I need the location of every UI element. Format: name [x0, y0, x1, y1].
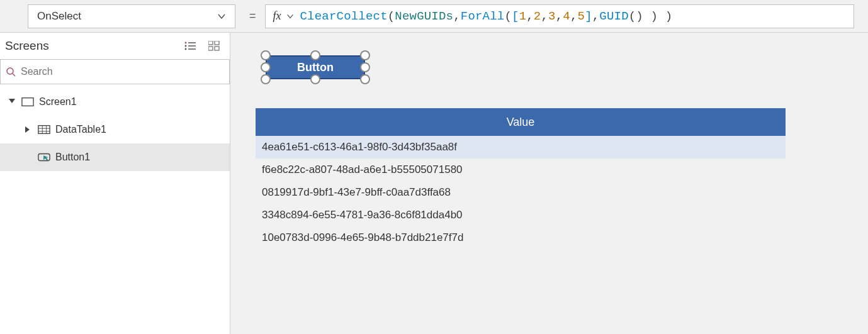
button-control-selected[interactable]: Button	[256, 50, 375, 84]
formula-token: ,	[592, 9, 600, 23]
table-row[interactable]: 0819917d-9bf1-43e7-9bff-c0aa7d3ffa68	[256, 181, 786, 204]
canvas[interactable]: Button Value 4ea61e51-c613-46a1-98f0-3d4…	[230, 33, 868, 334]
formula-token: ,	[570, 9, 578, 23]
svg-marker-12	[9, 99, 15, 103]
resize-handle[interactable]	[261, 50, 271, 60]
tree-list: Screen1 DataTable1 ·	[0, 84, 230, 171]
resize-handle[interactable]	[261, 62, 271, 72]
tree-item-button1[interactable]: · Button1	[0, 143, 230, 171]
data-table[interactable]: Value 4ea61e51-c613-46a1-98f0-3d43bf35aa…	[256, 108, 786, 249]
formula-token: 3	[548, 9, 556, 23]
column-header-value: Value	[507, 116, 535, 129]
tree-item-datatable1[interactable]: DataTable1	[0, 116, 230, 143]
svg-point-3	[185, 42, 187, 44]
formula-box[interactable]: fx ClearCollect( NewGUIDs, ForAll( [ 1, …	[265, 4, 854, 28]
svg-rect-15	[38, 126, 50, 134]
formula-token: [	[512, 9, 519, 23]
cell-value: 3348c894-6e55-4781-9a36-8c6f81dda4b0	[262, 209, 463, 221]
tree-view-icons	[184, 41, 220, 51]
tree-item-label: Screen1	[39, 96, 77, 108]
formula-token: (	[504, 9, 512, 23]
property-selector-value: OnSelect	[37, 10, 81, 23]
tree-search[interactable]	[0, 59, 230, 84]
resize-handle[interactable]	[360, 62, 370, 72]
formula-token: ,	[453, 9, 461, 23]
list-view-icon[interactable]	[184, 41, 197, 51]
svg-point-4	[185, 45, 187, 47]
formula-token: ,	[526, 9, 534, 23]
formula-text[interactable]: ClearCollect( NewGUIDs, ForAll( [ 1, 2, …	[300, 9, 673, 23]
table-row[interactable]: 4ea61e51-c613-46a1-98f0-3d43bf35aa8f	[256, 136, 786, 159]
svg-rect-9	[215, 47, 219, 50]
formula-token: NewGUIDs	[395, 9, 453, 23]
collapse-icon[interactable]	[9, 99, 16, 105]
tree-item-label: Button1	[55, 152, 90, 163]
resize-handle[interactable]	[360, 50, 370, 60]
cell-value: 10e0783d-0996-4e65-9b48-b7ddb21e7f7d	[262, 231, 463, 244]
svg-marker-14	[25, 126, 30, 133]
tree-title: Screens	[5, 39, 49, 53]
svg-line-11	[13, 74, 15, 76]
formula-token: ClearCollect	[300, 9, 388, 23]
property-selector[interactable]: OnSelect	[28, 4, 235, 28]
formula-token: ,	[556, 9, 563, 23]
formula-token: 5	[578, 9, 585, 23]
cell-value: f6e8c22c-a807-48ad-a6e1-b55505071580	[262, 164, 463, 176]
formula-token: () ) )	[629, 9, 673, 23]
tree-header: Screens	[0, 33, 230, 59]
svg-rect-7	[215, 41, 219, 45]
main-split: Screens	[0, 33, 868, 334]
svg-point-10	[7, 68, 13, 74]
data-table-header[interactable]: Value	[256, 108, 786, 136]
formula-token: 4	[563, 9, 570, 23]
tree-panel: Screens	[0, 33, 230, 334]
formula-bar: OnSelect = fx ClearCollect( NewGUIDs, Fo…	[0, 0, 868, 33]
svg-point-5	[185, 48, 187, 50]
cell-value: 4ea61e51-c613-46a1-98f0-3d43bf35aa8f	[262, 141, 457, 153]
table-row[interactable]: 3348c894-6e55-4781-9a36-8c6f81dda4b0	[256, 204, 786, 226]
button-icon	[38, 152, 50, 162]
button-control-text: Button	[297, 61, 334, 74]
cell-value: 0819917d-9bf1-43e7-9bff-c0aa7d3ffa68	[262, 186, 451, 199]
formula-token: 2	[534, 9, 541, 23]
resize-handle[interactable]	[261, 74, 271, 84]
fx-icon: fx	[273, 9, 281, 23]
formula-token: ,	[541, 9, 548, 23]
resize-handle[interactable]	[310, 74, 320, 84]
svg-rect-13	[22, 98, 33, 106]
formula-token: (	[388, 9, 395, 23]
equals-sign: =	[249, 9, 256, 23]
search-input[interactable]	[17, 60, 225, 84]
screen-icon	[21, 97, 34, 107]
table-row[interactable]: 10e0783d-0996-4e65-9b48-b7ddb21e7f7d	[256, 226, 786, 249]
chevron-down-icon[interactable]	[286, 13, 294, 20]
datatable-icon	[38, 125, 50, 135]
tree-item-screen1[interactable]: Screen1	[0, 88, 230, 116]
svg-rect-8	[208, 47, 213, 50]
expand-icon[interactable]	[25, 126, 33, 133]
formula-token: ]	[585, 9, 592, 23]
resize-handle[interactable]	[360, 74, 370, 84]
svg-rect-6	[208, 41, 213, 45]
formula-token: ForAll	[461, 9, 505, 23]
resize-handle[interactable]	[310, 50, 320, 60]
formula-token: 1	[519, 9, 527, 23]
table-row[interactable]: f6e8c22c-a807-48ad-a6e1-b55505071580	[256, 159, 786, 181]
tree-item-label: DataTable1	[55, 124, 106, 135]
formula-token: GUID	[599, 9, 628, 23]
search-icon	[4, 65, 17, 78]
grid-view-icon[interactable]	[208, 41, 220, 51]
chevron-down-icon	[217, 12, 226, 21]
